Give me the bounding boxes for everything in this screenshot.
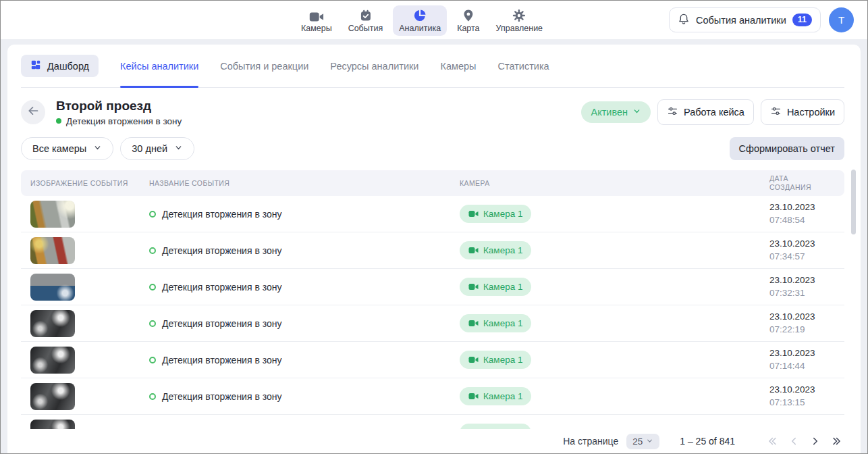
map-pin-icon xyxy=(462,9,475,22)
back-button[interactable] xyxy=(21,100,45,124)
chevron-down-icon xyxy=(646,436,653,447)
event-date: 23.10.2023 xyxy=(769,238,844,250)
chevron-down-icon xyxy=(174,143,183,154)
event-thumbnail[interactable] xyxy=(30,274,75,301)
tab-analytics-resources[interactable]: Ресурсы аналитики xyxy=(330,45,418,87)
tune-icon xyxy=(667,105,678,119)
case-header: Второй проезд Детекция вторжения в зону … xyxy=(21,97,844,127)
notif-button-label: События аналитики xyxy=(696,15,786,26)
dashboard-button[interactable]: Дашборд xyxy=(21,55,99,77)
chevron-down-icon xyxy=(93,143,102,154)
column-header-image: ИЗОБРАЖЕНИЕ СОБЫТИЯ xyxy=(30,179,149,188)
nav-item-analytics[interactable]: Аналитика xyxy=(393,5,447,36)
table-row[interactable]: Детекция вторжения в зону Камера 1 23.10… xyxy=(21,305,844,342)
nav-item-map[interactable]: Карта xyxy=(451,5,485,36)
arrow-left-icon xyxy=(26,104,40,120)
event-name: Детекция вторжения в зону xyxy=(162,355,282,365)
nav-item-label: Карта xyxy=(457,24,479,33)
event-name: Детекция вторжения в зону xyxy=(162,391,282,402)
tab-events-reactions[interactable]: События и реакции xyxy=(220,45,308,87)
tabs-row: Дашборд Кейсы аналитики События и реакци… xyxy=(21,45,844,88)
table-row[interactable]: Детекция вторжения в зону Камера 1 23.10… xyxy=(21,232,844,269)
pagination-bar: На странице 25 1 – 25 of 841 xyxy=(7,429,861,453)
settings-button[interactable]: Настройки xyxy=(761,99,844,125)
dashboard-grid-icon xyxy=(30,59,41,72)
event-ring-icon xyxy=(149,247,156,254)
event-time: 07:14:44 xyxy=(769,360,844,372)
page-title: Второй проезд xyxy=(56,99,182,114)
tab-cameras[interactable]: Камеры xyxy=(440,45,476,87)
first-page-button[interactable] xyxy=(763,432,781,450)
filters-row: Все камеры 30 дней Сформировать отчет xyxy=(21,136,844,161)
tab-statistics[interactable]: Статистика xyxy=(497,45,549,87)
user-avatar[interactable]: T xyxy=(829,7,854,32)
gear-icon xyxy=(512,9,526,22)
next-page-button[interactable] xyxy=(807,432,824,450)
case-subtitle-label: Детекция вторжения в зону xyxy=(66,116,182,126)
event-thumbnail[interactable] xyxy=(30,383,75,410)
camera-badge[interactable]: Камера 1 xyxy=(460,241,531,259)
analytics-events-button[interactable]: События аналитики 11 xyxy=(669,7,821,32)
camera-badge[interactable]: Камера 1 xyxy=(460,205,531,223)
event-name: Детекция вторжения в зону xyxy=(162,318,282,329)
case-subtitle: Детекция вторжения в зону xyxy=(56,116,182,126)
nav-item-cameras[interactable]: Камеры xyxy=(295,8,338,36)
analytics-pie-icon xyxy=(413,9,427,22)
table-row[interactable]: Детекция вторжения в зону Камера 1 23.10… xyxy=(21,378,844,415)
event-ring-icon xyxy=(149,357,156,363)
nav-item-events[interactable]: События xyxy=(342,5,389,36)
settings-label: Настройки xyxy=(787,107,835,118)
camera-badge[interactable]: Камера 1 xyxy=(460,351,531,369)
event-time: 07:22:19 xyxy=(769,324,844,336)
table-row[interactable]: Детекция вторжения в зону Камера 1 23.10… xyxy=(21,342,844,378)
event-ring-icon xyxy=(149,284,156,291)
generate-report-button[interactable]: Сформировать отчет xyxy=(730,137,844,160)
prev-page-button[interactable] xyxy=(785,432,803,450)
camera-badge[interactable]: Камера 1 xyxy=(460,387,531,405)
event-time: 07:13:15 xyxy=(769,397,844,409)
content-card: Дашборд Кейсы аналитики События и реакци… xyxy=(7,45,861,453)
event-date: 23.10.2023 xyxy=(769,347,844,359)
camera-filter-label: Все камеры xyxy=(32,143,86,154)
event-thumbnail[interactable] xyxy=(30,237,75,264)
event-time: 07:48:54 xyxy=(769,214,844,226)
tune-icon xyxy=(770,105,782,119)
status-dropdown[interactable]: Активен xyxy=(581,101,651,123)
table-row[interactable]: Детекция вторжения в зону Камера 1 23.10… xyxy=(21,269,844,305)
camera-icon xyxy=(309,11,324,22)
camera-badge[interactable]: Камера 1 xyxy=(460,278,531,296)
table-header: ИЗОБРАЖЕНИЕ СОБЫТИЯ НАЗВАНИЕ СОБЫТИЯ КАМ… xyxy=(21,170,844,196)
column-header-date: ДАТА СОЗДАНИЯ xyxy=(769,174,844,192)
event-ring-icon xyxy=(149,320,156,327)
case-actions: Активен Работа кейса xyxy=(581,99,844,125)
last-page-button[interactable] xyxy=(828,432,846,450)
period-filter-dropdown[interactable]: 30 дней xyxy=(120,137,194,160)
event-time: 07:34:57 xyxy=(769,251,844,263)
event-date: 23.10.2023 xyxy=(769,274,844,286)
app-window: Камеры События Аналитика Карта xyxy=(0,0,868,454)
vertical-scrollbar[interactable] xyxy=(851,170,856,234)
case-title-block: Второй проезд Детекция вторжения в зону xyxy=(56,99,182,126)
events-table: ИЗОБРАЖЕНИЕ СОБЫТИЯ НАЗВАНИЕ СОБЫТИЯ КАМ… xyxy=(21,170,844,451)
table-row[interactable]: Детекция вторжения в зону Камера 1 23.10… xyxy=(21,196,844,232)
event-time: 07:32:31 xyxy=(769,287,844,299)
camera-badge[interactable]: Камера 1 xyxy=(460,314,531,332)
nav-item-management[interactable]: Управление xyxy=(490,5,549,36)
camera-filter-dropdown[interactable]: Все камеры xyxy=(21,137,113,160)
event-ring-icon xyxy=(149,211,156,218)
column-header-camera: КАМЕРА xyxy=(460,179,769,188)
case-work-button[interactable]: Работа кейса xyxy=(657,99,754,125)
event-name: Детекция вторжения в зону xyxy=(162,245,282,256)
event-thumbnail[interactable] xyxy=(30,201,75,228)
event-thumbnail[interactable] xyxy=(30,310,75,337)
status-label: Активен xyxy=(591,107,628,118)
topbar-right: События аналитики 11 T xyxy=(669,7,854,32)
per-page-select[interactable]: 25 xyxy=(626,434,659,449)
nav-item-label: События xyxy=(348,24,383,33)
event-name: Детекция вторжения в зону xyxy=(162,282,282,293)
event-date: 23.10.2023 xyxy=(769,201,844,213)
tab-analytics-cases[interactable]: Кейсы аналитики xyxy=(120,45,198,87)
event-thumbnail[interactable] xyxy=(30,347,75,374)
bell-icon xyxy=(678,13,690,28)
chevron-down-icon xyxy=(632,107,641,118)
